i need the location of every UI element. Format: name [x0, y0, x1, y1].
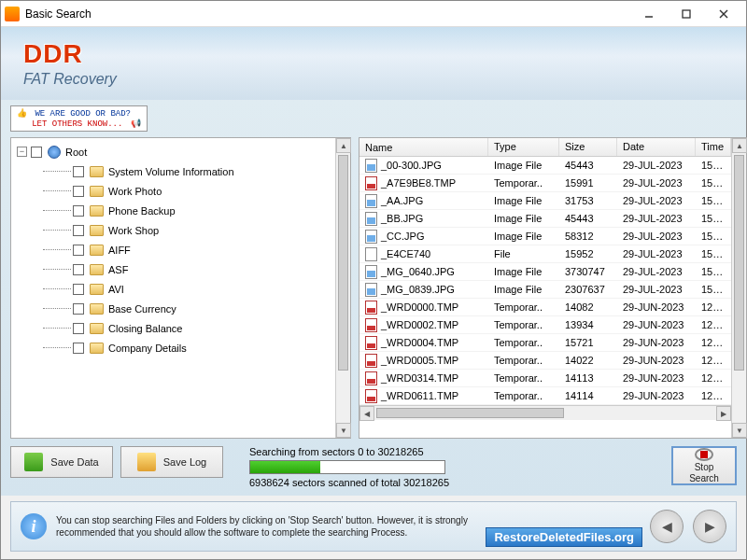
file-time: 15:03	[696, 266, 731, 277]
file-type: Temporar..	[488, 390, 559, 401]
header-name[interactable]: Name	[359, 138, 488, 156]
window-title: Basic Search	[25, 7, 630, 21]
file-time: 12:07	[696, 355, 731, 366]
file-name: _E4CE740	[381, 248, 430, 259]
header-date[interactable]: Date	[617, 138, 696, 156]
tree-item-label: AIFF	[108, 245, 131, 256]
file-name: _AA.JPG	[381, 195, 423, 206]
file-time: 12:07	[696, 301, 731, 313]
titlebar: Basic Search	[1, 1, 746, 27]
header-time[interactable]: Time	[696, 138, 731, 156]
checkbox[interactable]	[31, 147, 42, 158]
tree-item[interactable]: ASF	[13, 259, 333, 279]
checkbox[interactable]	[73, 205, 84, 217]
file-name: _MG_0640.JPG	[381, 266, 455, 277]
table-row[interactable]: _WRD0004.TMPTemporar..1572129-JUN-202312…	[359, 334, 731, 352]
forward-button[interactable]: ▶	[693, 510, 726, 543]
header-size[interactable]: Size	[559, 138, 617, 156]
file-size: 14113	[559, 372, 617, 384]
file-type: Temporar..	[488, 337, 559, 348]
file-size: 2307637	[559, 284, 617, 295]
save-data-button[interactable]: Save Data	[10, 446, 113, 478]
checkbox[interactable]	[73, 166, 84, 177]
folder-tree[interactable]: − Root System Volume InformationWork Pho…	[11, 138, 335, 438]
checkbox[interactable]	[73, 323, 84, 334]
back-button[interactable]: ◀	[650, 510, 684, 543]
tree-item[interactable]: Work Shop	[13, 220, 333, 240]
tree-item[interactable]: Closing Balance	[13, 318, 333, 338]
scroll-thumb[interactable]	[338, 155, 348, 371]
save-log-button[interactable]: Save Log	[120, 446, 223, 478]
tree-item[interactable]: Base Currency	[13, 299, 333, 318]
checkbox[interactable]	[73, 303, 84, 315]
tree-item-label: Base Currency	[108, 303, 176, 315]
file-type: Image File	[488, 231, 559, 242]
table-row[interactable]: _AA.JPGImage File3175329-JUL-202315:03	[359, 192, 731, 210]
scroll-down-icon[interactable]: ▼	[732, 423, 747, 438]
file-size: 14022	[559, 355, 617, 366]
tree-item-label: Company Details	[108, 343, 187, 354]
table-row[interactable]: _CC.JPGImage File5831229-JUL-202315:03	[359, 228, 731, 245]
table-hscrollbar[interactable]: ◀ ▶	[359, 405, 731, 420]
tree-item[interactable]: Phone Backup	[13, 201, 333, 220]
file-date: 29-JUL-2023	[617, 284, 696, 295]
tree-root[interactable]: − Root	[13, 142, 333, 161]
scroll-left-icon[interactable]: ◀	[359, 406, 374, 421]
maximize-button[interactable]	[668, 3, 705, 25]
checkbox[interactable]	[73, 186, 84, 197]
collapse-icon[interactable]: −	[17, 147, 27, 157]
file-time: 15:03	[696, 177, 731, 189]
close-button[interactable]	[705, 3, 742, 25]
table-scrollbar[interactable]: ▲ ▼	[731, 138, 746, 438]
review-button[interactable]: 👍 WE ARE GOOD OR BAD? LET OTHERS KNOW...…	[10, 105, 148, 132]
checkbox[interactable]	[73, 284, 84, 295]
file-type: Image File	[488, 266, 559, 277]
checkbox[interactable]	[73, 245, 84, 256]
checkbox[interactable]	[73, 264, 84, 275]
table-row[interactable]: _WRD0002.TMPTemporar..1393429-JUN-202312…	[359, 316, 731, 334]
header-type[interactable]: Type	[488, 138, 559, 156]
tree-item[interactable]: Work Photo	[13, 181, 333, 201]
file-type: Temporar..	[488, 301, 559, 313]
stop-search-button[interactable]: Stop Search	[671, 446, 737, 485]
scroll-right-icon[interactable]: ▶	[716, 406, 731, 421]
folder-icon	[90, 284, 104, 295]
tree-item[interactable]: AVI	[13, 279, 333, 299]
minimize-button[interactable]	[630, 3, 668, 25]
file-date: 29-JUL-2023	[617, 177, 696, 189]
tree-item[interactable]: AIFF	[13, 240, 333, 259]
banner: DDR FAT Recovery	[1, 27, 746, 100]
file-name: _WRD0004.TMP	[381, 337, 458, 348]
table-row[interactable]: _WRD0314.TMPTemporar..1411329-JUN-202312…	[359, 370, 731, 387]
file-date: 29-JUN-2023	[617, 301, 696, 313]
file-time: 12:07	[696, 390, 731, 401]
save-icon	[24, 453, 43, 471]
table-row[interactable]: _BB.JPGImage File4544329-JUL-202315:03	[359, 210, 731, 228]
table-row[interactable]: _MG_0640.JPGImage File373074729-JUL-2023…	[359, 263, 731, 281]
file-name: _BB.JPG	[381, 213, 423, 224]
checkbox[interactable]	[73, 343, 84, 354]
file-time: 12:07	[696, 337, 731, 348]
scroll-up-icon[interactable]: ▲	[336, 138, 351, 153]
tree-scrollbar[interactable]: ▲ ▼	[335, 138, 350, 438]
tree-item[interactable]: System Volume Information	[13, 161, 333, 181]
table-header: Name Type Size Date Time	[359, 138, 731, 157]
scroll-thumb[interactable]	[734, 155, 744, 371]
table-row[interactable]: _A7E9BE8.TMPTemporar..1599129-JUL-202315…	[359, 175, 731, 192]
site-badge[interactable]: RestoreDeletedFiles.org	[486, 527, 642, 547]
table-row[interactable]: _WRD0611.TMPTemporar..1411429-JUN-202312…	[359, 387, 731, 405]
table-row[interactable]: _MG_0839.JPGImage File230763729-JUL-2023…	[359, 281, 731, 299]
table-row[interactable]: _WRD0000.TMPTemporar..1408229-JUN-202312…	[359, 299, 731, 316]
speaker-icon: 📢	[131, 119, 141, 129]
scroll-down-icon[interactable]: ▼	[336, 423, 351, 438]
file-time: 12:07	[696, 319, 731, 330]
file-name: _WRD0002.TMP	[381, 319, 458, 330]
checkbox[interactable]	[73, 225, 84, 236]
table-row[interactable]: _E4CE740File1595229-JUL-202315:03	[359, 245, 731, 263]
hscroll-thumb[interactable]	[376, 408, 564, 418]
table-row[interactable]: _00-300.JPGImage File4544329-JUL-202315:…	[359, 157, 731, 175]
table-row[interactable]: _WRD0005.TMPTemporar..1402229-JUN-202312…	[359, 352, 731, 370]
scroll-up-icon[interactable]: ▲	[732, 138, 747, 153]
file-icon	[365, 389, 377, 403]
tree-item[interactable]: Company Details	[13, 338, 333, 357]
